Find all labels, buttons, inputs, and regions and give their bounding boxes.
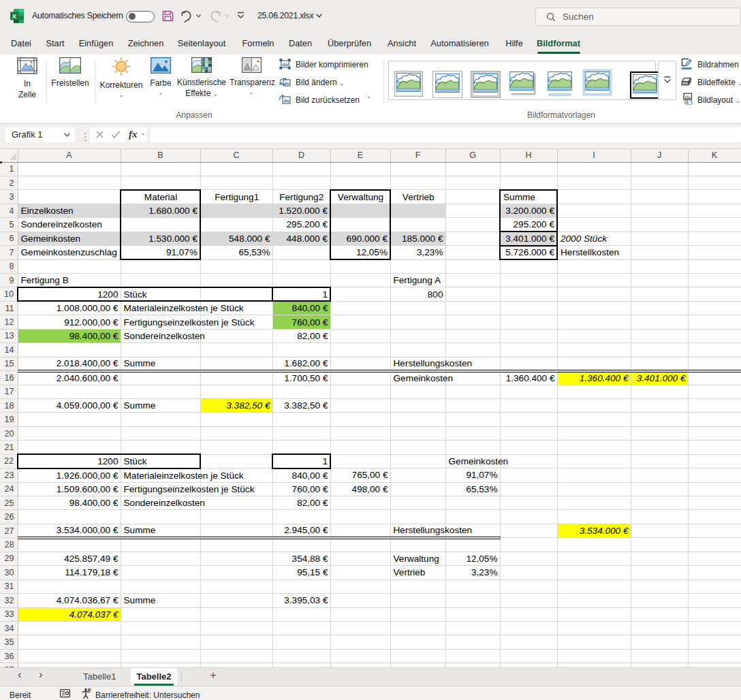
svg-text:X: X: [12, 12, 17, 20]
